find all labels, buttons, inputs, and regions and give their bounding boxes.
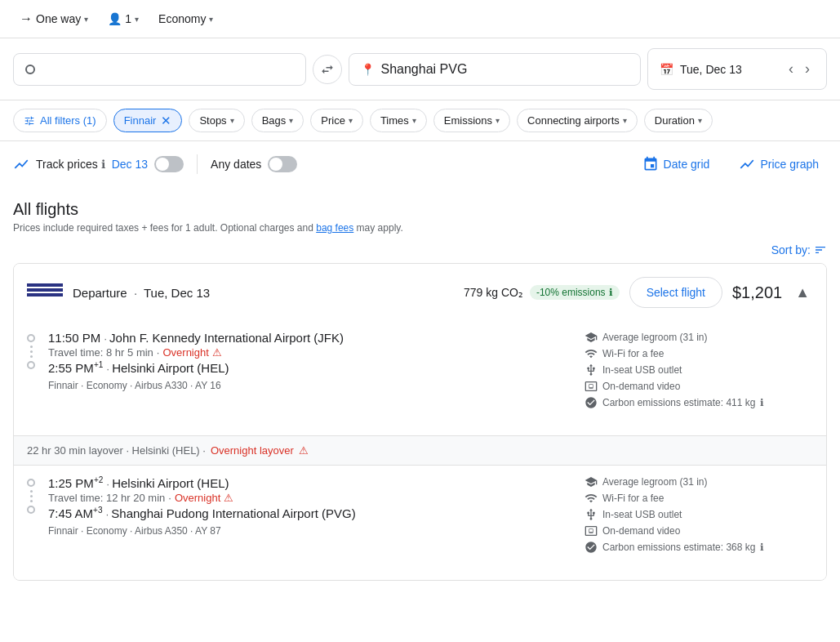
segment-info-2: 1:25 PM+2 · Helsinki Airport (HEL) Trave… <box>48 475 571 557</box>
amenity-usb-1: In-seat USB outlet <box>584 363 813 377</box>
arrive-time-2: 7:45 AM+3 · Shanghai Pudong Internationa… <box>48 506 571 520</box>
origin-input[interactable]: New York <box>42 62 294 77</box>
segment-details-2: Finnair · Economy · Airbus A350 · AY 87 <box>48 525 571 537</box>
arrive-time-1: 2:55 PM+1 · Helsinki Airport (HEL) <box>48 360 571 375</box>
emissions-chevron: ▾ <box>496 116 500 125</box>
all-filters-chip[interactable]: All filters (1) <box>13 109 107 132</box>
segment-row-2: 1:25 PM+2 · Helsinki Airport (HEL) Trave… <box>27 466 813 567</box>
origin-field[interactable]: New York <box>13 53 306 86</box>
travel-time-1: Travel time: 8 hr 5 min · Overnight ⚠ <box>48 346 571 359</box>
destination-field[interactable]: 📍 <box>349 53 642 86</box>
any-dates-toggle[interactable] <box>268 156 297 172</box>
segment-details-1: Finnair · Economy · Airbus A330 · AY 16 <box>48 380 571 391</box>
view-options: Date grid Price graph <box>634 151 827 177</box>
cabin-class-selector[interactable]: Economy ▾ <box>152 9 220 29</box>
svg-rect-2 <box>27 293 63 296</box>
date-field[interactable]: 📅 Tue, Dec 13 ‹ › <box>647 48 827 90</box>
flight-segment-1: 11:50 PM · John F. Kennedy International… <box>14 321 826 435</box>
flight-main-info: Departure · Tue, Dec 13 <box>73 286 454 300</box>
destination-input[interactable] <box>381 62 629 77</box>
prev-date-button[interactable]: ‹ <box>784 57 798 81</box>
swap-button[interactable] <box>313 55 342 84</box>
emissions-filter-chip[interactable]: Emissions ▾ <box>433 109 510 132</box>
stops-chevron: ▾ <box>230 116 234 125</box>
times-filter-chip[interactable]: Times ▾ <box>370 109 427 132</box>
finnair-filter-chip[interactable]: Finnair ✕ <box>113 109 183 132</box>
flight-route: Departure · Tue, Dec 13 <box>73 286 210 300</box>
emissions-info-icon[interactable]: ℹ <box>609 287 613 298</box>
price-graph-button[interactable]: Price graph <box>731 151 827 177</box>
price-chevron: ▾ <box>349 116 353 125</box>
amenity-video-1: On-demand video <box>584 380 813 393</box>
svg-rect-1 <box>27 288 63 292</box>
bags-filter-chip[interactable]: Bags ▾ <box>251 109 304 132</box>
cabin-class-chevron: ▾ <box>209 15 213 24</box>
track-prices-info-icon[interactable]: ℹ <box>101 158 105 171</box>
price-filter-chip[interactable]: Price ▾ <box>310 109 363 132</box>
flights-subtitle: Prices include required taxes + fees for… <box>13 222 827 234</box>
date-grid-button[interactable]: Date grid <box>634 151 718 177</box>
sort-by-label: Sort by: <box>771 243 811 256</box>
carbon-icon-2 <box>584 541 598 554</box>
timeline-dots <box>30 342 33 361</box>
price-label: Price <box>321 114 345 127</box>
track-row-divider <box>197 154 198 174</box>
origin-dot-icon <box>25 65 35 74</box>
timeline-top-dot <box>27 334 35 342</box>
bag-fees-link[interactable]: bag fees <box>316 222 353 234</box>
trip-type-label: One way <box>36 12 81 25</box>
airline-logo <box>27 283 63 301</box>
connecting-airports-chevron: ▾ <box>623 116 627 125</box>
finnair-logo-icon <box>27 283 63 301</box>
trip-type-selector[interactable]: → One way ▾ <box>13 8 95 29</box>
dest-pin-icon: 📍 <box>361 63 375 76</box>
passenger-icon: 👤 <box>108 12 122 25</box>
video-icon <box>584 380 598 393</box>
amenity-wifi-2: Wi-Fi for a fee <box>584 492 813 505</box>
track-date: Dec 13 <box>112 158 148 171</box>
collapse-button[interactable]: ▲ <box>792 281 813 305</box>
price-graph-label: Price graph <box>760 158 819 171</box>
emissions-label: Emissions <box>444 114 492 127</box>
trip-type-chevron: ▾ <box>84 15 88 24</box>
times-label: Times <box>380 114 409 127</box>
sort-row[interactable]: Sort by: <box>13 237 827 263</box>
flight-card-header: Departure · Tue, Dec 13 779 kg CO₂ -10% … <box>14 264 826 321</box>
segment-row: 11:50 PM · John F. Kennedy International… <box>27 321 813 422</box>
search-row: New York 📍 📅 Tue, Dec 13 ‹ › <box>0 38 840 100</box>
track-prices-row: Track prices ℹ Dec 13 Any dates Date gri… <box>0 141 840 187</box>
amenity-usb-2: In-seat USB outlet <box>584 508 813 521</box>
track-prices-section: Track prices ℹ Dec 13 <box>13 156 184 172</box>
video-icon-2 <box>584 524 598 537</box>
legroom-icon <box>584 331 598 344</box>
legroom-icon-2 <box>584 475 598 488</box>
date-navigation: ‹ › <box>784 57 815 81</box>
finnair-remove-button[interactable]: ✕ <box>161 114 171 127</box>
amenity-carbon-2: Carbon emissions estimate: 368 kg ℹ <box>584 541 813 554</box>
stops-filter-chip[interactable]: Stops ▾ <box>189 109 244 132</box>
warning-icon-1: ⚠ <box>212 346 222 359</box>
timeline-bottom-dot <box>27 361 35 369</box>
select-flight-button[interactable]: Select flight <box>629 277 722 308</box>
overnight-label-1: Overnight <box>162 346 208 359</box>
duration-filter-chip[interactable]: Duration ▾ <box>644 109 713 132</box>
next-date-button[interactable]: › <box>800 57 815 81</box>
carbon-info-icon-1[interactable]: ℹ <box>760 397 764 408</box>
carbon-icon <box>584 396 598 409</box>
flights-header: All flights Prices include required taxe… <box>13 187 827 237</box>
filter-row: All filters (1) Finnair ✕ Stops ▾ Bags ▾… <box>0 100 840 141</box>
flight-card: Departure · Tue, Dec 13 779 kg CO₂ -10% … <box>13 263 827 581</box>
any-dates-label: Any dates <box>211 158 261 171</box>
passengers-label: 1 <box>125 12 131 25</box>
track-date-toggle[interactable] <box>154 156 184 172</box>
flights-title: All flights <box>13 200 827 219</box>
carbon-info-icon-2[interactable]: ℹ <box>760 542 764 553</box>
track-prices-icon <box>13 156 29 172</box>
price-graph-icon <box>739 156 755 172</box>
date-label: Tue, Dec 13 <box>680 63 742 76</box>
connecting-airports-filter-chip[interactable]: Connecting airports ▾ <box>517 109 638 132</box>
passengers-selector[interactable]: 👤 1 ▾ <box>101 9 145 29</box>
flight-segment-2: 1:25 PM+2 · Helsinki Airport (HEL) Trave… <box>14 466 826 580</box>
warning-icon-2: ⚠ <box>224 492 233 504</box>
segment-timeline <box>27 331 35 412</box>
